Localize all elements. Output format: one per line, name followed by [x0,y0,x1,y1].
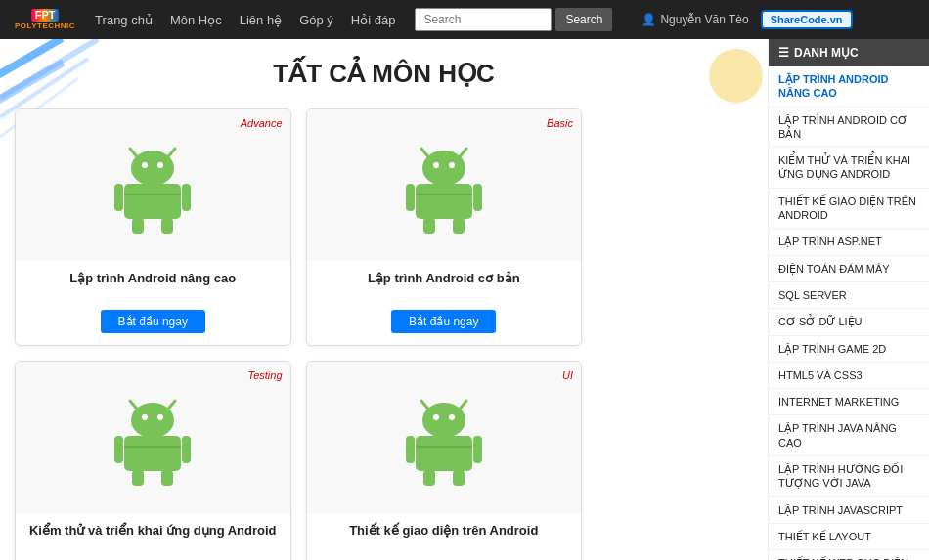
sidebar-item-0[interactable]: LẬP TRÌNH ANDROID NÂNG CAO [769,66,929,108]
sidebar-menu-icon: ☰ [778,46,789,60]
nav: Trang chủ Môn Học Liên hệ Góp ý Hỏi đáp [95,13,395,27]
svg-point-27 [131,403,174,438]
svg-rect-41 [416,436,472,471]
sidebar-item-10[interactable]: INTERNET MARKETING [769,389,929,415]
svg-point-17 [433,162,439,168]
svg-rect-10 [182,184,191,211]
course-card-img-1: Advance [16,109,290,261]
course-card-body-4: Thiết kế giao diện trên Android Bắt đầu … [307,513,582,560]
android-icon-4 [400,391,488,489]
course-tag-2: Basic [547,117,573,129]
fpt-logo: FPT [31,9,60,22]
course-grid: Advance [15,108,582,560]
svg-rect-42 [406,436,415,463]
svg-rect-32 [182,436,191,463]
sidebar-item-13[interactable]: LẬP TRÌNH JAVASCRIPT [769,497,929,524]
svg-rect-11 [132,218,144,234]
svg-rect-30 [124,436,181,471]
sidebar-header: ☰ DANH MỤC [769,39,929,66]
sidebar: ☰ DANH MỤC LẬP TRÌNH ANDROID NÂNG CAO LẬ… [768,39,929,560]
nav-item-contact[interactable]: Liên hệ [240,13,282,27]
course-card-body-2: Lập trình Android cơ bản Bắt đầu ngay [307,261,582,345]
nav-item-courses[interactable]: Môn Học [170,13,222,27]
course-card-body-3: Kiểm thử và triển khai ứng dụng Android … [16,513,290,560]
svg-rect-22 [423,218,435,234]
nav-item-feedback[interactable]: Góp ý [299,13,333,27]
course-tag-1: Advance [241,117,283,129]
android-icon-1 [109,139,197,237]
deco-circle [709,49,763,103]
svg-rect-19 [416,184,472,219]
nav-item-home[interactable]: Trang chủ [95,13,153,27]
course-card-img-2: Basic [307,109,582,261]
svg-rect-44 [423,470,435,486]
polytechnic-label: POLYTECHNIC [15,22,75,30]
sidebar-item-2[interactable]: KIỂM THỬ VÀ TRIỂN KHAI ỨNG DỤNG ANDROID [769,148,929,189]
svg-point-5 [131,151,174,186]
course-name-3: Kiểm thử và triển khai ứng dụng Android [23,523,283,554]
svg-rect-21 [473,184,482,211]
svg-point-29 [157,414,163,420]
search-button[interactable]: Search [555,8,612,31]
svg-rect-45 [453,470,464,486]
course-card-3: Testing [15,361,291,560]
sidebar-item-6[interactable]: SQL SERVER [769,282,929,309]
svg-point-6 [142,162,148,168]
nav-links: Trang chủ Môn Học Liên hệ Góp ý Hỏi đáp [95,13,395,27]
nav-item-faq[interactable]: Hỏi đáp [351,13,396,27]
course-card-body-1: Lập trình Android nâng cao Bắt đầu ngay [16,261,290,345]
svg-rect-23 [453,218,464,234]
sidebar-item-14[interactable]: THIẾT KẾ LAYOUT [769,524,929,550]
svg-point-40 [449,414,455,420]
sharecode-badge: ShareCode.vn [761,10,853,29]
svg-point-18 [449,162,455,168]
user-icon: 👤 [641,13,656,26]
android-icon-2 [400,139,488,237]
android-icon-3 [109,391,197,489]
svg-rect-9 [114,184,123,211]
sidebar-item-7[interactable]: CƠ SỞ DỮ LIỆU [769,309,929,335]
sidebar-title: DANH MỤC [794,46,859,60]
header: FPT POLYTECHNIC Trang chủ Môn Học Liên h… [0,0,929,39]
course-name-4: Thiết kế giao diện trên Android [315,523,574,554]
svg-rect-34 [161,470,173,486]
course-card-4: UI Thiế [306,361,583,560]
start-btn-1[interactable]: Bắt đầu ngay [101,310,205,333]
svg-point-39 [433,414,439,420]
course-card-img-3: Testing [16,362,290,513]
username[interactable]: Nguyễn Văn Tèo [660,13,748,26]
sidebar-item-11[interactable]: LẬP TRÌNH JAVA NÂNG CAO [769,415,929,456]
svg-rect-33 [132,470,144,486]
course-card-1: Advance [15,108,291,346]
sidebar-item-4[interactable]: LẬP TRÌNH ASP.NET [769,229,929,255]
sidebar-item-1[interactable]: LẬP TRÌNH ANDROID CƠ BẢN [769,108,929,149]
sidebar-item-8[interactable]: LẬP TRÌNH GAME 2D [769,336,929,363]
start-btn-2[interactable]: Bắt đầu ngay [391,310,496,333]
search-area: Search [415,8,612,31]
svg-point-7 [157,162,163,168]
course-name-2: Lập trình Android cơ bản [315,271,574,302]
search-input[interactable] [415,8,552,31]
sidebar-item-15[interactable]: THIẾT KẾ WEB CHO ĐIỆN THOẠI DI ĐỘNG [769,550,929,560]
svg-rect-31 [114,436,123,463]
course-card-2: Basic L [306,108,583,346]
svg-rect-20 [406,184,415,211]
page-title: TẤT CẢ MÔN HỌC [15,59,753,89]
main-container: TẤT CẢ MÔN HỌC Advance [0,39,929,560]
course-name-1: Lập trình Android nâng cao [23,271,283,302]
sidebar-item-5[interactable]: ĐIỆN TOÁN ĐÁM MÂY [769,256,929,282]
content-area: TẤT CẢ MÔN HỌC Advance [0,39,768,560]
svg-point-28 [142,414,148,420]
sidebar-item-12[interactable]: LẬP TRÌNH HƯỚNG ĐỐI TƯỢNG VỚI JAVA [769,456,929,497]
sidebar-list: LẬP TRÌNH ANDROID NÂNG CAO LẬP TRÌNH AND… [769,66,929,560]
svg-point-38 [422,403,465,438]
svg-rect-43 [473,436,482,463]
svg-rect-8 [124,184,181,219]
svg-point-16 [422,151,465,186]
course-tag-3: Testing [247,369,282,381]
course-tag-4: UI [562,369,573,381]
logo: FPT POLYTECHNIC [15,9,75,30]
sidebar-item-9[interactable]: HTML5 VÀ CSS3 [769,363,929,389]
svg-rect-12 [161,218,173,234]
sidebar-item-3[interactable]: THIẾT KẾ GIAO DIỆN TRÊN ANDROID [769,189,929,230]
